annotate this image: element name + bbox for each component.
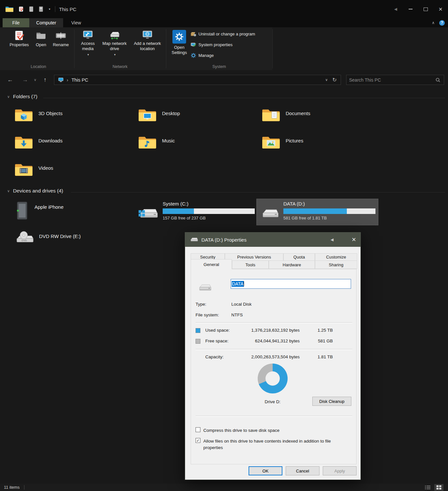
collapse-chevron-icon[interactable]: ∨ [7, 189, 10, 193]
apply-button[interactable]: Apply [323, 466, 357, 475]
tab-view[interactable]: View [63, 18, 89, 27]
device-name: Apple iPhone [34, 204, 63, 210]
devices-group-header[interactable]: ∨ Devices and drives (4) [7, 188, 63, 194]
folder-icon [14, 135, 33, 150]
folder-item-videos[interactable]: Videos [14, 162, 131, 183]
free-space-row: Free space: 624,044,941,312 bytes 581 GB [196, 338, 352, 344]
folders-group-header[interactable]: ∨ Folders (7) [7, 94, 37, 100]
group-label-system: System [166, 64, 272, 69]
maximize-button[interactable] [418, 0, 433, 18]
ribbon-collapse-icon[interactable]: ∧ [432, 20, 435, 25]
capacity-bytes: 2,000,263,573,504 bytes [251, 354, 300, 359]
help-icon[interactable]: ? [439, 20, 445, 26]
add-network-location-button[interactable]: Add a network location [130, 30, 165, 52]
tab-tools[interactable]: Tools [232, 260, 269, 269]
qat-properties-icon[interactable] [18, 6, 24, 12]
compress-checkbox-label: Compress this drive to save disk space [203, 427, 350, 434]
capacity-row: Capacity: 2,000,263,573,504 bytes 1.81 T… [196, 354, 352, 360]
rename-button[interactable]: Rename [51, 30, 71, 47]
folder-item-pictures[interactable]: Pictures [262, 135, 379, 155]
data-drive-icon [261, 206, 279, 221]
statusbar-divider [24, 485, 24, 490]
folder-item-desktop[interactable]: Desktop [138, 107, 255, 128]
separator [196, 349, 352, 350]
device-item-data-d[interactable]: DATA (D:) 581 GB free of 1.81 TB [256, 199, 378, 225]
general-tab-page: DATA Type: Local Disk File system: NTFS … [191, 269, 357, 464]
manage-button[interactable]: Manage [191, 53, 214, 58]
back-button[interactable]: ← [7, 75, 13, 85]
open-button[interactable]: Open [33, 30, 49, 47]
dialog-title: DATA (D:) Properties [201, 237, 247, 243]
used-space-row: Used space: 1,376,218,632,192 bytes 1.25… [196, 328, 352, 334]
free-space-label: Free space: [205, 338, 228, 343]
drive-name: DATA (D:) [283, 201, 375, 206]
folder-icon [262, 107, 280, 123]
search-icon[interactable] [435, 77, 441, 83]
tab-general[interactable]: General [191, 259, 232, 269]
folder-item-3d-objects[interactable]: 3D Objects [14, 107, 131, 128]
folder-item-music[interactable]: Music [138, 135, 255, 155]
details-view-button[interactable] [423, 484, 432, 491]
device-item-dvd-drive[interactable]: DVD DVD RW Drive (E:) [13, 228, 135, 254]
system-properties-button[interactable]: System properties [191, 42, 233, 47]
drive-name: System (C:) [163, 201, 255, 206]
folder-icon [14, 107, 33, 123]
type-label: Type: [196, 302, 206, 307]
breadcrumb[interactable]: This PC [72, 77, 88, 83]
ok-button[interactable]: OK [249, 466, 282, 475]
access-media-button[interactable]: Access media▾ [77, 30, 98, 56]
tab-quota[interactable]: Quota [283, 253, 315, 261]
refresh-icon[interactable]: ↻ [333, 77, 337, 83]
search-input[interactable] [346, 77, 435, 83]
up-button[interactable]: ↑ [44, 75, 47, 85]
device-item-system-c[interactable]: System (C:) 157 GB free of 237 GB [137, 199, 259, 226]
tab-sharing[interactable]: Sharing [315, 260, 357, 269]
large-icons-view-button[interactable] [434, 484, 443, 491]
forward-button[interactable]: → [22, 75, 28, 85]
tab-file[interactable]: File [3, 18, 29, 27]
device-item-apple-iphone[interactable]: Apple iPhone [13, 199, 135, 226]
qat-new-item-icon[interactable] [29, 6, 34, 12]
ribbon-empty-area [272, 27, 448, 70]
properties-button[interactable]: Properties [8, 30, 31, 47]
folder-item-documents[interactable]: Documents [262, 107, 379, 128]
qat-dropdown-icon[interactable]: ▾ [49, 7, 50, 11]
map-network-drive-button[interactable]: Map network drive▾ [100, 30, 129, 56]
disk-cleanup-button[interactable]: Disk Cleanup [312, 397, 351, 406]
address-bar[interactable]: › This PC ∨ ↻ [54, 75, 341, 85]
index-checkbox[interactable]: ✓ [196, 438, 200, 443]
tab-computer[interactable]: Computer [29, 18, 63, 27]
cancel-button[interactable]: Cancel [286, 466, 319, 475]
tab-customize[interactable]: Customize [315, 253, 357, 261]
open-icon [35, 30, 47, 41]
collapse-chevron-icon[interactable]: ∨ [7, 95, 10, 99]
group-divider [71, 192, 445, 192]
recent-locations-button[interactable]: ∨ [34, 75, 36, 85]
tab-previous-versions[interactable]: Previous Versions [225, 253, 283, 261]
folder-item-downloads[interactable]: Downloads [14, 135, 131, 155]
free-space-swatch [196, 339, 200, 344]
network-drive-icon [109, 30, 120, 40]
folder-label: 3D Objects [38, 111, 62, 116]
compress-checkbox[interactable] [196, 427, 200, 432]
free-space-size: 581 GB [318, 338, 333, 343]
search-box[interactable] [346, 75, 444, 85]
dialog-close-button[interactable]: × [352, 236, 356, 243]
qat-history-icon[interactable] [38, 6, 44, 12]
ribbon-separator [272, 29, 273, 68]
uninstall-program-button[interactable]: Uninstall or change a program [191, 31, 255, 37]
dvd-drive-icon: DVD [14, 229, 34, 246]
minimize-button[interactable] [403, 0, 418, 18]
close-button[interactable]: × [433, 0, 448, 18]
tab-hardware[interactable]: Hardware [269, 260, 315, 269]
volume-label-input[interactable]: DATA [231, 279, 351, 289]
back-icon: ← [7, 76, 13, 83]
dialog-buttons: OK Cancel Apply [249, 466, 357, 475]
minimize-icon [409, 9, 413, 9]
free-space-bytes: 624,044,941,312 bytes [255, 338, 300, 343]
address-dropdown-icon[interactable]: ∨ [325, 78, 328, 82]
drive-free-space: 581 GB free of 1.81 TB [283, 216, 375, 220]
dialog-titlebar: DATA (D:) Properties ◀ × [185, 232, 360, 247]
folder-icon [262, 135, 280, 150]
open-settings-button[interactable]: Open Settings [170, 30, 189, 56]
